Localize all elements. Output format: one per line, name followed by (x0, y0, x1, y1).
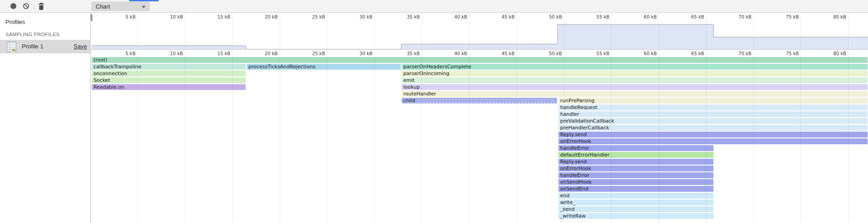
flame-bar-label: lookup (402, 84, 868, 90)
flame-bar-label: handleError (558, 145, 713, 151)
gridline (848, 13, 849, 223)
block-icon (23, 3, 29, 9)
flame-bar-child[interactable]: child (402, 98, 557, 104)
flame-bar-label: handler (558, 111, 868, 117)
flame-bar-emit[interactable]: emit (402, 77, 868, 83)
flame-ruler-label: 40 kB (431, 51, 467, 56)
selected-tab-indicator (129, 0, 159, 1)
flame-ruler-label: 15 kB (194, 51, 230, 56)
flame-bar-parserOnHeadersComplete[interactable]: parserOnHeadersComplete (402, 64, 868, 70)
flame-bar-Socket[interactable]: Socket (92, 77, 246, 83)
gridline (564, 13, 564, 223)
flame-bar-lookup[interactable]: lookup (402, 84, 868, 90)
overview-divider (91, 49, 868, 50)
gridline (137, 13, 138, 223)
flame-bar-parserOnIncoming[interactable]: parserOnIncoming (402, 71, 868, 76)
flame-bar-label: _writeRaw (558, 213, 713, 219)
flame-bar-Readable.on[interactable]: Readable.on (92, 84, 246, 90)
flame-bar-label: callbackTrampoline (92, 64, 246, 70)
flame-bar-label: Reply.send (558, 132, 868, 138)
flame-bar-label: runPreParsing (558, 98, 868, 104)
flame-bar-label: handleError (558, 172, 713, 178)
profiles-sidebar: Profiles SAMPLING PROFILES % Profile 1 S… (0, 13, 91, 223)
gridline (280, 13, 280, 223)
flame-ruler-label: 50 kB (526, 51, 562, 56)
flame-bar-_send[interactable]: _send (558, 206, 713, 212)
flame-bar-label: child (402, 98, 557, 104)
percent-badge: % (11, 48, 16, 52)
flame-bar-label: onErrorHook (558, 138, 868, 144)
gridline (611, 13, 611, 223)
flame-bar-label: preHandlerCallback (558, 125, 868, 131)
flame-bar-_writeRaw[interactable]: _writeRaw (558, 213, 713, 219)
flame-bar-processTicksAndRejections[interactable]: processTicksAndRejections (247, 64, 401, 70)
view-mode-select[interactable]: Chart (92, 2, 150, 11)
clear-all-profiles-button[interactable] (23, 3, 29, 11)
flame-chart-pane[interactable]: (root)callbackTrampolineprocessTicksAndR… (91, 13, 868, 223)
flame-bar-label: parserOnIncoming (402, 71, 868, 76)
flame-bar-onSendEnd[interactable]: onSendEnd (558, 186, 713, 192)
profile-item[interactable]: % Profile 1 Save (0, 40, 90, 53)
flame-bar-handleRequest[interactable]: handleRequest (558, 104, 868, 110)
overview-ruler-label: 45 kB (478, 14, 514, 19)
chart-toolbar: Chart (91, 0, 868, 13)
overview-ruler-label: 70 kB (715, 14, 752, 19)
heap-profile-icon: % (7, 42, 16, 52)
flame-ruler-label: 70 kB (715, 51, 752, 56)
flame-bar-label: onSendHook (558, 179, 713, 185)
flame-bar-write_[interactable]: write_ (558, 199, 713, 205)
flame-bar-label: onSendEnd (558, 186, 713, 192)
flame-bar-label: end (558, 193, 713, 199)
flame-bar-Reply.send[interactable]: Reply.send (558, 132, 868, 138)
flame-bar-Reply.send[interactable]: Reply.send (558, 159, 713, 165)
overview-ruler-label: 80 kB (810, 14, 846, 19)
delete-profile-button[interactable] (38, 3, 44, 11)
flame-bar-onSendHook[interactable]: onSendHook (558, 179, 713, 185)
flame-ruler-label: 30 kB (336, 51, 373, 56)
flame-bar-label: write_ (558, 199, 713, 205)
flame-ruler-label: 25 kB (289, 51, 325, 56)
trash-icon (38, 3, 44, 10)
flame-ruler-label: 65 kB (668, 51, 704, 56)
flame-bar-label: emit (402, 77, 868, 83)
overview-ruler-label: 60 kB (621, 14, 657, 19)
flame-bar-runPreParsing[interactable]: runPreParsing (558, 98, 868, 104)
flame-bar-preValidationCallback[interactable]: preValidationCallback (558, 118, 868, 124)
flame-bar-label: parserOnHeadersComplete (402, 64, 868, 70)
flame-bar-end[interactable]: end (558, 193, 713, 199)
flame-ruler-label: 10 kB (147, 51, 183, 56)
flame-bar-handler[interactable]: handler (558, 111, 868, 117)
gridline (659, 13, 659, 223)
overview-ruler-label: 75 kB (762, 14, 799, 19)
vertical-scrollbar-thumb[interactable] (91, 14, 92, 21)
record-icon (10, 3, 16, 9)
flame-bar-defaultErrorHandler[interactable]: defaultErrorHandler (558, 152, 713, 158)
gridline (469, 13, 470, 223)
flame-bar-onconnection[interactable]: onconnection (92, 71, 246, 76)
overview-ruler-label: 40 kB (431, 14, 467, 19)
flame-bar-onErrorHook[interactable]: onErrorHook (558, 138, 868, 144)
sampling-profiles-header: SAMPLING PROFILES (5, 32, 59, 37)
save-link[interactable]: Save (73, 43, 87, 50)
gridline (516, 13, 517, 223)
flame-bar-label: preValidationCallback (558, 118, 868, 124)
flame-bar-label: routeHandler (402, 91, 868, 97)
overview-ruler-label: 15 kB (194, 14, 230, 19)
chevron-down-icon (142, 6, 145, 8)
gridline (327, 13, 327, 223)
flame-ruler-label: 5 kB (99, 51, 136, 56)
flame-bar-handleError[interactable]: handleError (558, 172, 713, 178)
flame-bar-preHandlerCallback[interactable]: preHandlerCallback (558, 125, 868, 131)
gridline (185, 13, 185, 223)
flame-bar-label: onErrorHook (558, 166, 713, 171)
flame-bar-onErrorHook[interactable]: onErrorHook (558, 166, 713, 171)
flame-bar-callbackTrampoline[interactable]: callbackTrampoline (92, 64, 246, 70)
flame-bar-handleError[interactable]: handleError (558, 145, 713, 151)
flame-bar-(root)[interactable]: (root) (92, 57, 868, 63)
overview-ruler-label: 10 kB (147, 14, 183, 19)
flame-bar-routeHandler[interactable]: routeHandler (402, 91, 868, 97)
flame-ruler-label: 75 kB (762, 51, 799, 56)
profile-name: Profile 1 (22, 43, 44, 50)
flame-bar-label: handleRequest (558, 104, 868, 110)
record-heap-profile-button[interactable] (10, 3, 16, 9)
